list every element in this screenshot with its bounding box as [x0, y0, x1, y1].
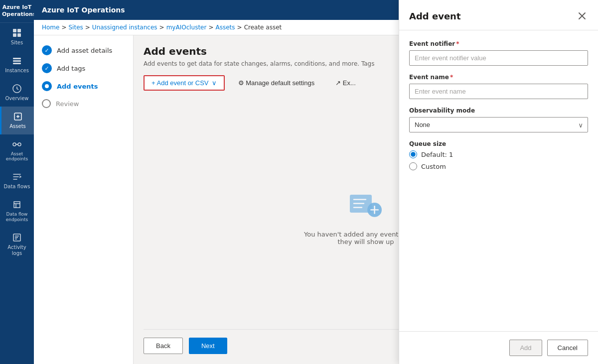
- breadcrumb-unassigned-instances[interactable]: Unassigned instances: [92, 24, 157, 31]
- sidebar-item-asset-endpoints[interactable]: Asset endpoints: [0, 134, 34, 167]
- event-notifier-group: Event notifier*: [409, 40, 588, 66]
- sidebar-item-data-flow-endpoints[interactable]: Data flow endpoints: [0, 195, 34, 228]
- step-label: Add asset details: [57, 47, 112, 54]
- assets-icon: [13, 112, 23, 121]
- sidebar: Azure IoT Operations Sites Instances Ove…: [0, 0, 34, 364]
- step-review: Review: [42, 99, 125, 108]
- manage-settings-button[interactable]: ⚙ Manage default settings: [231, 76, 322, 90]
- svg-rect-6: [13, 63, 21, 64]
- cancel-button[interactable]: Cancel: [547, 340, 588, 356]
- breadcrumb-sites[interactable]: Sites: [69, 24, 83, 31]
- panel-title: Add event: [409, 11, 461, 21]
- event-notifier-label: Event notifier*: [409, 40, 588, 47]
- required-star: *: [456, 40, 459, 47]
- queue-size-group: Queue size Default: 1 Custom: [409, 140, 588, 170]
- sidebar-item-sites[interactable]: Sites: [0, 23, 34, 51]
- step-icon-completed: ✓: [42, 63, 52, 73]
- step-icon-active: [42, 81, 52, 91]
- breadcrumb-current: Create asset: [244, 24, 282, 31]
- step-add-events: Add events: [42, 81, 125, 91]
- step-icon-pending: [42, 99, 51, 108]
- panel-header: Add event: [399, 0, 598, 30]
- sidebar-item-data-flows[interactable]: Data flows: [0, 167, 34, 195]
- queue-size-label: Queue size: [409, 140, 588, 147]
- export-label: ↗ Ex...: [335, 79, 356, 87]
- sidebar-item-label: Activity logs: [2, 244, 32, 256]
- step-icon-completed: ✓: [42, 45, 52, 55]
- instances-icon: [12, 56, 22, 66]
- observability-mode-label: Observability mode: [409, 107, 588, 114]
- dataflows-icon: [12, 172, 22, 182]
- add-event-csv-button[interactable]: + Add event or CSV ∨: [144, 75, 225, 91]
- close-panel-button[interactable]: [576, 10, 588, 22]
- dfendpoints-icon: [12, 200, 22, 210]
- sidebar-item-instances[interactable]: Instances: [0, 51, 34, 79]
- svg-point-10: [18, 143, 21, 146]
- step-label: Add events: [57, 83, 98, 90]
- steps-panel: ✓ Add asset details ✓ Add tags Add event…: [34, 35, 134, 364]
- sidebar-item-label: Instances: [5, 68, 29, 74]
- sidebar-item-label: Data flow endpoints: [2, 212, 32, 223]
- queue-size-default-option[interactable]: Default: 1: [409, 150, 588, 158]
- breadcrumb-assets[interactable]: Assets: [216, 24, 235, 31]
- svg-rect-3: [17, 33, 21, 37]
- svg-rect-2: [13, 33, 16, 37]
- sidebar-item-activity-logs[interactable]: Activity logs: [0, 228, 34, 261]
- sidebar-item-overview[interactable]: Overview: [0, 79, 34, 107]
- step-add-tags: ✓ Add tags: [42, 63, 125, 73]
- step-add-asset-details: ✓ Add asset details: [42, 45, 125, 55]
- event-notifier-input[interactable]: [409, 50, 588, 66]
- empty-text2: they will show up: [338, 238, 394, 245]
- observability-mode-select[interactable]: None Log Gauge Counter Histogram: [409, 117, 588, 132]
- observability-mode-select-wrapper: None Log Gauge Counter Histogram ∨: [409, 117, 588, 132]
- queue-size-default-label: Default: 1: [421, 151, 453, 158]
- export-button[interactable]: ↗ Ex...: [328, 76, 363, 90]
- dropdown-chevron: ∨: [212, 79, 217, 87]
- sidebar-item-label: Data flows: [4, 184, 30, 190]
- required-star: *: [450, 74, 453, 81]
- panel-footer: Add Cancel: [399, 331, 598, 364]
- sidebar-item-label: Sites: [11, 40, 23, 46]
- observability-mode-group: Observability mode None Log Gauge Counte…: [409, 107, 588, 132]
- sidebar-item-label: Overview: [5, 96, 28, 102]
- endpoints-icon: [12, 139, 22, 149]
- app-title: Azure IoT Operations: [0, 0, 34, 23]
- next-button[interactable]: Next: [189, 338, 227, 354]
- svg-rect-1: [17, 29, 21, 32]
- event-name-label: Event name*: [409, 74, 588, 81]
- manage-settings-label: ⚙ Manage default settings: [238, 79, 315, 87]
- close-icon: [578, 12, 586, 20]
- add-button[interactable]: Add: [509, 340, 542, 356]
- panel-body: Event notifier* Event name* Observabilit…: [399, 30, 598, 331]
- step-label: Add tags: [57, 65, 85, 72]
- add-event-csv-label: + Add event or CSV: [151, 79, 209, 87]
- grid-icon: [12, 28, 22, 38]
- sidebar-item-assets[interactable]: Assets: [0, 107, 34, 134]
- overview-icon: [12, 84, 22, 94]
- queue-size-custom-option[interactable]: Custom: [409, 162, 588, 170]
- step-label: Review: [56, 100, 79, 108]
- queue-size-default-radio[interactable]: [409, 150, 417, 158]
- main-content: Azure IoT Operations Home > Sites > Unas…: [34, 0, 598, 364]
- sidebar-item-label: Asset endpoints: [2, 151, 32, 162]
- svg-rect-0: [13, 29, 16, 32]
- queue-size-options: Default: 1 Custom: [409, 150, 588, 170]
- empty-illustration: [346, 183, 386, 223]
- breadcrumb-cluster[interactable]: myAIOcluster: [166, 24, 207, 31]
- svg-point-9: [13, 143, 16, 146]
- back-button[interactable]: Back: [144, 338, 183, 354]
- svg-rect-5: [13, 60, 21, 62]
- queue-size-custom-label: Custom: [421, 163, 446, 170]
- queue-size-custom-radio[interactable]: [409, 162, 417, 170]
- app-header-title: Azure IoT Operations: [42, 6, 125, 14]
- svg-rect-4: [13, 58, 21, 59]
- add-event-panel: Add event Event notifier* Event name*: [399, 0, 598, 364]
- breadcrumb-home[interactable]: Home: [42, 24, 59, 31]
- event-name-input[interactable]: [409, 84, 588, 99]
- sidebar-item-label: Assets: [9, 123, 26, 129]
- event-name-group: Event name*: [409, 74, 588, 99]
- logs-icon: [12, 233, 22, 243]
